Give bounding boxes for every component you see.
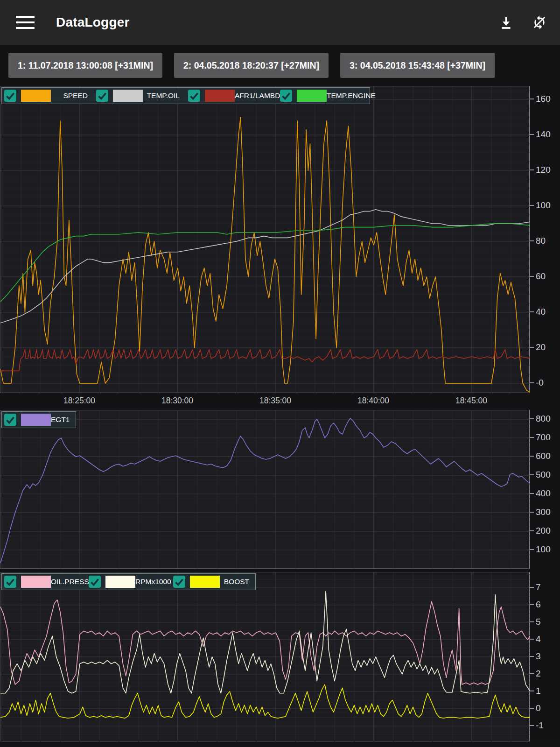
y-axis: 76543210-1: [530, 572, 560, 741]
legend-checkbox[interactable]: [4, 414, 16, 426]
legend-checkbox[interactable]: [89, 576, 101, 588]
y-tick-label: 500: [536, 470, 551, 480]
y-tick-mark: [530, 656, 534, 657]
y-tick-mark: [530, 437, 534, 438]
y-tick-mark: [530, 347, 534, 348]
legend-item: AFR1/LAMBDA1: [186, 88, 278, 104]
y-tick-mark: [530, 456, 534, 457]
chart-svg-boost: [0, 572, 530, 742]
legend-swatch: [21, 90, 51, 102]
y-tick-mark: [530, 99, 534, 99]
download-icon[interactable]: [499, 15, 513, 30]
y-tick-label: 100: [536, 200, 551, 211]
session-list: 1: 11.07.2018 13:00:08 [+31MIN] 2: 04.05…: [0, 45, 560, 86]
y-tick-label: 160: [536, 94, 551, 104]
chart-plot-area: EGT1: [0, 410, 530, 569]
y-tick-mark: [530, 474, 534, 475]
y-tick-label: 700: [536, 432, 551, 443]
y-tick-label: 3: [536, 651, 541, 662]
legend-checkbox[interactable]: [280, 90, 292, 102]
y-tick-mark: [530, 418, 534, 419]
chart-svg-egt: [0, 410, 530, 569]
legend-item: SPEED: [2, 88, 94, 104]
y-tick-label: 300: [536, 507, 551, 517]
y-tick-mark: [530, 587, 534, 588]
x-tick-label: 18:45:00: [439, 396, 504, 406]
y-tick-label: 140: [536, 129, 551, 140]
app-bar-actions: [499, 15, 560, 30]
y-tick-mark: [530, 725, 534, 726]
y-tick-mark: [530, 240, 534, 241]
y-tick-label: 200: [536, 526, 551, 536]
legend-swatch: [113, 90, 143, 102]
legend-label: BOOST: [224, 578, 255, 586]
y-tick-mark: [530, 604, 534, 605]
y-tick-label: 1: [536, 686, 541, 696]
bottom-axis-strip: [0, 741, 560, 747]
legend-checkbox[interactable]: [96, 90, 108, 102]
legend-swatch: [297, 90, 327, 102]
chart-plot-area: OIL.PRESS.RPMx1000BOOST: [0, 572, 530, 741]
y-tick-mark: [530, 708, 534, 709]
y-tick-label: 5: [536, 617, 541, 627]
y-tick-mark: [530, 134, 534, 135]
y-tick-mark: [530, 691, 534, 691]
y-tick-mark: [530, 311, 534, 312]
y-tick-label: 120: [536, 165, 551, 175]
y-axis: 16014012010080604020-0: [530, 86, 560, 393]
legend-swatch: [105, 576, 135, 588]
app-root: DataLogger 1: 11.07.2018 13:00:08 [+31MI…: [0, 0, 560, 747]
chart-svg-speed: [0, 86, 530, 394]
y-tick-label: 400: [536, 488, 551, 499]
y-tick-mark: [530, 512, 534, 513]
x-tick-label: 18:35:00: [243, 396, 308, 406]
chart-legend: EGT1: [1, 411, 76, 428]
y-tick-mark: [530, 621, 534, 622]
y-tick-label: 6: [536, 599, 541, 610]
legend-swatch: [21, 576, 51, 588]
legend-item: BOOST: [171, 574, 255, 590]
legend-item: OIL.PRESS.: [2, 574, 86, 590]
y-tick-mark: [530, 673, 534, 674]
chart-legend: SPEEDTEMP.OILAFR1/LAMBDA1TEMP.ENGINE: [1, 87, 370, 104]
legend-item: TEMP.ENGINE: [278, 88, 370, 104]
chart-panel-speed-temps-afr: SPEEDTEMP.OILAFR1/LAMBDA1TEMP.ENGINE 160…: [0, 86, 560, 408]
y-tick-mark: [530, 276, 534, 277]
y-tick-label: 0: [536, 703, 541, 713]
chart-plot-area: SPEEDTEMP.OILAFR1/LAMBDA1TEMP.ENGINE: [0, 86, 530, 393]
y-tick-mark: [530, 169, 534, 170]
x-tick-label: 18:25:00: [47, 396, 112, 406]
legend-label: TEMP.ENGINE: [327, 92, 382, 100]
x-tick-label: 18:30:00: [145, 396, 210, 406]
legend-item: TEMP.OIL: [94, 88, 186, 104]
y-tick-mark: [530, 382, 534, 383]
legend-checkbox[interactable]: [173, 576, 185, 588]
x-axis: 18:25:0018:30:0018:35:0018:40:0018:45:00: [0, 393, 560, 408]
legend-checkbox[interactable]: [4, 576, 16, 588]
menu-icon[interactable]: [16, 16, 35, 29]
session-button-3[interactable]: 3: 04.05.2018 15:43:48 [+37MIN]: [340, 53, 495, 78]
chart-panel-oilpress-rpm-boost: OIL.PRESS.RPMx1000BOOST 76543210-1: [0, 572, 560, 747]
session-button-2[interactable]: 2: 04.05.2018 18:20:37 [+27MIN]: [174, 53, 329, 78]
legend-label: SPEED: [63, 92, 94, 100]
session-button-1[interactable]: 1: 11.07.2018 13:00:08 [+31MIN]: [8, 53, 162, 78]
sync-disabled-icon[interactable]: [532, 15, 547, 30]
legend-checkbox[interactable]: [4, 90, 16, 102]
chart-panel-egt: EGT1 800700600500400300200100: [0, 410, 560, 569]
legend-label: EGT1: [51, 416, 76, 424]
y-tick-label: 4: [536, 634, 541, 644]
y-tick-label: 800: [536, 414, 551, 424]
x-tick-label: 18:40:00: [341, 396, 406, 406]
y-tick-label: 2: [536, 669, 541, 679]
app-title: DataLogger: [56, 15, 130, 30]
y-tick-label: 80: [536, 236, 546, 246]
y-tick-label: -0: [536, 378, 544, 388]
y-axis: 800700600500400300200100: [530, 410, 560, 569]
app-bar: DataLogger: [0, 0, 560, 45]
y-tick-mark: [530, 549, 534, 550]
y-tick-mark: [530, 205, 534, 206]
legend-swatch: [190, 576, 220, 588]
legend-swatch: [205, 90, 235, 102]
legend-checkbox[interactable]: [188, 90, 200, 102]
legend-swatch: [21, 414, 51, 426]
